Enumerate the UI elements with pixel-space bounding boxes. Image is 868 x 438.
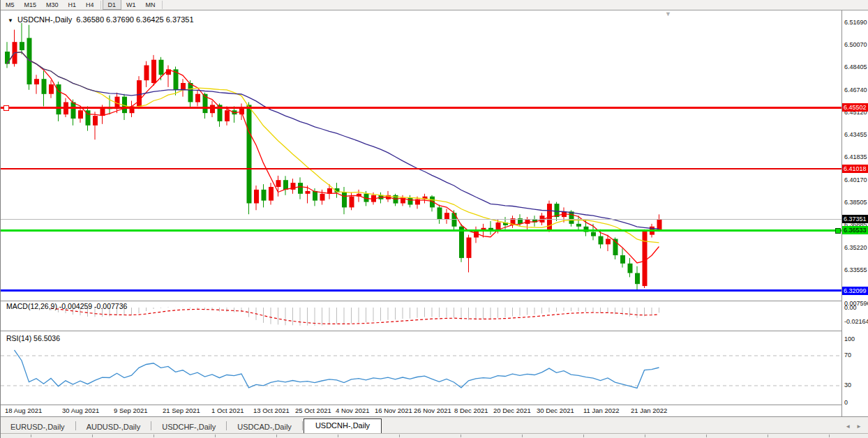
timeframe-button-d1[interactable]: D1: [103, 0, 122, 10]
rsi-axis-label: 100: [844, 335, 855, 342]
timeframe-button-mn[interactable]: MN: [141, 0, 160, 10]
tab-scroll-left-icon[interactable]: ◄: [845, 423, 851, 430]
bottom-strip-tick: [338, 435, 338, 437]
price-axis-label: 6.40170: [844, 176, 867, 183]
timeframe-toolbar: M5M15M30H1H4D1W1MN: [1, 0, 868, 10]
bottom-strip-tick: [522, 435, 523, 437]
one-click-trading-arrow-icon[interactable]: ▼: [8, 17, 13, 24]
price-axis-label: 6.48405: [844, 63, 867, 70]
chart-tab-usdcad[interactable]: USDCAD-,Daily: [227, 421, 301, 434]
toolbar-separator: [100, 1, 101, 9]
timeframe-button-h1[interactable]: H1: [63, 0, 82, 10]
bottom-strip-tick: [215, 435, 216, 437]
trading-terminal-window: M5M15M30H1H4D1W1MN ▼USDCNH-,Daily 6.3658…: [0, 0, 868, 438]
tab-scroll-arrows: ◄►: [845, 423, 868, 434]
price-badge: 6.41018: [842, 165, 868, 173]
rsi-panel-chart[interactable]: [1, 331, 841, 404]
resistance-line[interactable]: [1, 168, 841, 169]
toolbar-separator: [162, 1, 163, 9]
price-axis-label: 6.50070: [844, 41, 867, 48]
chart-tab-eurusd[interactable]: EURUSD-,Daily: [1, 421, 75, 434]
scroll-to-end-icon[interactable]: ▼: [665, 10, 671, 17]
chart-tab-usdcnh[interactable]: USDCNH-,Daily: [304, 418, 382, 434]
date-axis-label: 26 Nov 2021: [414, 407, 451, 414]
bottom-strip-tick: [154, 435, 154, 437]
date-axis-separator: [1, 405, 841, 405]
current-price-line[interactable]: [1, 219, 841, 220]
tab-separator: [302, 421, 303, 430]
candlestick-chart[interactable]: [1, 10, 841, 301]
timeframe-button-h4[interactable]: H4: [81, 0, 99, 10]
timeframe-button-m30[interactable]: M30: [41, 0, 63, 10]
bottom-strip-tick: [399, 435, 400, 437]
tab-scroll-right-icon[interactable]: ►: [856, 423, 862, 430]
chart-ohlc-quote: 6.36580 6.37690 6.36425 6.37351: [76, 15, 193, 24]
date-axis-label: 30 Aug 2021: [62, 407, 99, 414]
macd-axis-label: 0.00: [844, 304, 857, 311]
chart-tab-bar: EURUSD-,DailyAUDUSD-,DailyUSDCHF-,DailyU…: [1, 416, 868, 434]
price-axis-label: 6.33555: [844, 266, 867, 273]
bottom-strip-tick: [645, 435, 645, 437]
price-axis-border: [841, 10, 842, 416]
bottom-edge-strip: [1, 433, 868, 438]
date-axis-label: 20 Dec 2021: [493, 407, 531, 414]
bottom-strip-tick: [829, 435, 830, 437]
date-axis-label: 4 Nov 2021: [336, 407, 370, 414]
resistance-line[interactable]: [1, 107, 841, 109]
price-badge: 6.45502: [842, 103, 868, 112]
line-anchor-handle[interactable]: [835, 228, 841, 234]
date-axis-label: 1 Oct 2021: [211, 407, 244, 414]
price-axis-label: 6.35220: [844, 244, 867, 251]
bottom-strip-tick: [276, 435, 277, 437]
date-axis-label: 21 Jan 2022: [631, 407, 667, 414]
date-axis-label: 13 Oct 2021: [253, 407, 290, 414]
date-axis-label: 18 Aug 2021: [5, 407, 42, 414]
timeframe-button-w1[interactable]: W1: [121, 0, 141, 10]
rsi-indicator-title: RSI(14) 56.5036: [6, 334, 60, 342]
bottom-strip-tick: [92, 435, 93, 437]
bottom-strip-tick: [583, 435, 584, 437]
date-axis-label: 25 Oct 2021: [295, 407, 331, 414]
date-axis-label: 11 Jan 2022: [583, 407, 620, 414]
date-axis-label: 21 Sep 2021: [163, 407, 200, 414]
price-axis-label: 6.38505: [844, 199, 867, 206]
date-axis-label: 16 Nov 2021: [375, 407, 412, 414]
support-line[interactable]: [1, 289, 841, 292]
rsi-axis-label: 70: [844, 352, 851, 358]
macd-axis-label: -0.02164: [844, 318, 868, 325]
timeframe-button-m15[interactable]: M15: [20, 0, 42, 10]
price-axis-label: 6.43455: [844, 131, 867, 138]
rsi-axis-label: 30: [844, 382, 851, 388]
price-badge: 6.37351: [842, 215, 868, 223]
chart-symbol-label: USDCNH-,Daily: [17, 15, 72, 24]
tab-separator: [151, 421, 151, 430]
bottom-strip-tick: [31, 435, 31, 437]
timeframe-button-m5[interactable]: M5: [1, 0, 20, 10]
price-axis-label: 6.46740: [844, 86, 867, 93]
chart-tab-usdchf[interactable]: USDCHF-,Daily: [152, 421, 225, 434]
support-line[interactable]: [1, 229, 841, 232]
date-axis-label: 30 Dec 2021: [537, 407, 574, 414]
date-axis-label: 8 Dec 2021: [454, 407, 488, 414]
price-axis-label: 6.51690: [844, 19, 867, 26]
bottom-strip-tick: [461, 435, 461, 437]
bottom-strip-tick: [706, 435, 707, 437]
date-axis-label: 9 Sep 2021: [114, 407, 148, 414]
line-anchor-handle[interactable]: [3, 105, 9, 111]
macd-panel-separator[interactable]: [1, 301, 841, 301]
bottom-strip-tick: [768, 435, 768, 437]
tab-separator: [226, 421, 227, 430]
price-badge: 6.36533: [842, 226, 868, 234]
rsi-panel-separator[interactable]: [1, 331, 841, 331]
macd-indicator-title: MACD(12,26,9) -0.004259 -0.007736: [6, 302, 127, 310]
rsi-axis-label: 0: [844, 399, 848, 406]
chart-title: ▼USDCNH-,Daily 6.36580 6.37690 6.36425 6…: [8, 15, 194, 24]
chart-tab-audusd[interactable]: AUDUSD-,Daily: [77, 421, 151, 434]
tab-separator: [75, 421, 76, 430]
price-badge: 6.32099: [842, 287, 868, 295]
price-axis-label: 6.41835: [844, 153, 867, 160]
